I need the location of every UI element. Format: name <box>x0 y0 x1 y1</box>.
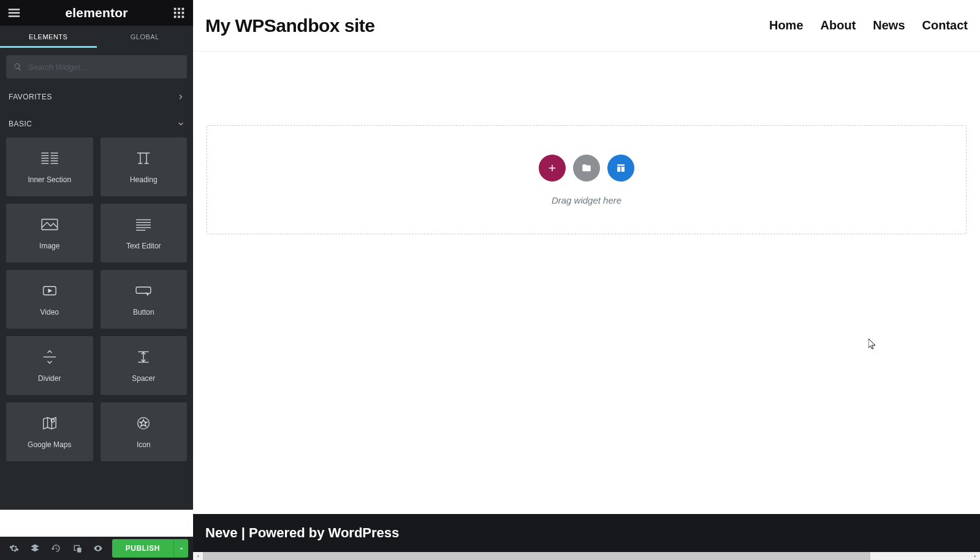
widget-text-editor[interactable]: Text Editor <box>101 204 188 263</box>
panel-footer: PUBLISH <box>0 537 193 560</box>
widget-label: Heading <box>130 175 158 184</box>
empty-section-dropzone[interactable]: Drag widget here <box>207 125 967 234</box>
site-title[interactable]: My WPSandbox site <box>205 15 375 36</box>
publish-button[interactable]: PUBLISH <box>112 539 173 558</box>
panel-header: elementor <box>0 0 193 26</box>
site-footer: Neve | Powered by WordPress <box>193 514 980 552</box>
nav-home[interactable]: Home <box>769 18 803 33</box>
editor-canvas[interactable]: Drag widget here <box>193 52 980 234</box>
navigator-icon[interactable] <box>26 537 44 560</box>
svg-rect-2 <box>182 8 184 10</box>
svg-marker-26 <box>48 289 52 293</box>
category-favorites-label: FAVORITES <box>9 93 52 101</box>
elementor-panel: elementor ELEMENTS GLOBAL FAVORITES BASI… <box>0 0 193 510</box>
widget-label: Divider <box>38 374 61 383</box>
template-library-button[interactable] <box>573 155 600 182</box>
widget-label: Spacer <box>132 374 155 383</box>
category-basic[interactable]: BASIC <box>0 110 193 137</box>
widget-image[interactable]: Image <box>6 204 93 263</box>
widget-video[interactable]: Video <box>6 270 93 329</box>
preview-icon[interactable] <box>89 537 107 560</box>
widget-label: Text Editor <box>126 242 161 250</box>
svg-rect-7 <box>178 16 180 18</box>
search-icon <box>13 63 22 71</box>
widget-label: Video <box>40 308 59 316</box>
columns-icon <box>39 150 60 167</box>
chevron-down-icon <box>177 120 184 128</box>
search-row <box>0 48 193 83</box>
container-icon <box>615 163 626 174</box>
site-header: My WPSandbox site Home About News Contac… <box>193 0 980 52</box>
site-footer-text: Neve | Powered by WordPress <box>205 525 399 541</box>
publish-options-button[interactable] <box>173 539 188 558</box>
heading-icon <box>133 150 154 167</box>
text-editor-icon <box>133 216 154 233</box>
dropzone-actions <box>539 155 634 182</box>
widget-heading[interactable]: Heading <box>101 137 188 196</box>
widget-grid: Inner Section Heading Image Text Editor … <box>0 137 193 461</box>
svg-rect-27 <box>136 287 151 293</box>
widget-label: Button <box>133 308 154 316</box>
scroll-right-icon[interactable] <box>970 552 980 560</box>
tab-elements[interactable]: ELEMENTS <box>0 26 97 48</box>
spacer-icon <box>133 348 154 366</box>
responsive-icon[interactable] <box>68 537 86 560</box>
widget-button[interactable]: Button <box>101 270 188 329</box>
caret-up-icon <box>178 545 184 551</box>
apps-icon[interactable] <box>172 6 186 20</box>
flexbox-container-button[interactable] <box>607 155 634 182</box>
widget-label: Inner Section <box>28 175 71 184</box>
video-icon <box>39 282 60 299</box>
star-circle-icon <box>133 415 154 432</box>
site-nav: Home About News Contact <box>769 18 968 33</box>
add-section-button[interactable] <box>539 155 566 182</box>
preview-frame: My WPSandbox site Home About News Contac… <box>193 0 980 502</box>
widget-label: Image <box>39 242 59 250</box>
svg-rect-8 <box>182 16 184 18</box>
scrollbar-thumb[interactable] <box>203 552 870 560</box>
category-basic-label: BASIC <box>9 120 32 128</box>
widget-google-maps[interactable]: Google Maps <box>6 402 93 461</box>
widget-inner-section[interactable]: Inner Section <box>6 137 93 196</box>
svg-rect-3 <box>174 12 177 14</box>
dropzone-text: Drag widget here <box>552 195 621 205</box>
image-icon <box>39 216 60 233</box>
horizontal-scrollbar[interactable] <box>193 552 980 560</box>
map-icon <box>39 415 60 432</box>
folder-icon <box>581 163 592 174</box>
scroll-left-icon[interactable] <box>193 552 203 560</box>
publish-group: PUBLISH <box>112 539 188 558</box>
cursor-icon <box>868 339 876 350</box>
settings-icon[interactable] <box>5 537 23 560</box>
divider-icon <box>39 348 60 366</box>
nav-contact[interactable]: Contact <box>922 18 968 33</box>
nav-about[interactable]: About <box>821 18 856 33</box>
widget-spacer[interactable]: Spacer <box>101 336 188 395</box>
tab-global[interactable]: GLOBAL <box>97 26 194 48</box>
scrollbar-track[interactable] <box>203 552 970 560</box>
widget-label: Icon <box>137 440 151 449</box>
widget-label: Google Maps <box>28 440 71 449</box>
plus-icon <box>547 163 558 174</box>
history-icon[interactable] <box>47 537 65 560</box>
search-box[interactable] <box>6 55 187 79</box>
svg-rect-5 <box>182 12 184 14</box>
chevron-right-icon <box>177 93 184 101</box>
widget-icon[interactable]: Icon <box>101 402 188 461</box>
nav-news[interactable]: News <box>873 18 905 33</box>
widget-divider[interactable]: Divider <box>6 336 93 395</box>
svg-rect-0 <box>174 8 177 10</box>
svg-rect-4 <box>178 12 180 14</box>
search-input[interactable] <box>28 63 180 72</box>
svg-rect-6 <box>174 16 177 18</box>
category-favorites[interactable]: FAVORITES <box>0 83 193 110</box>
svg-rect-1 <box>178 8 180 10</box>
button-icon <box>133 282 154 299</box>
menu-icon[interactable] <box>7 6 21 20</box>
brand-title: elementor <box>65 6 127 20</box>
panel-tabs: ELEMENTS GLOBAL <box>0 26 193 48</box>
